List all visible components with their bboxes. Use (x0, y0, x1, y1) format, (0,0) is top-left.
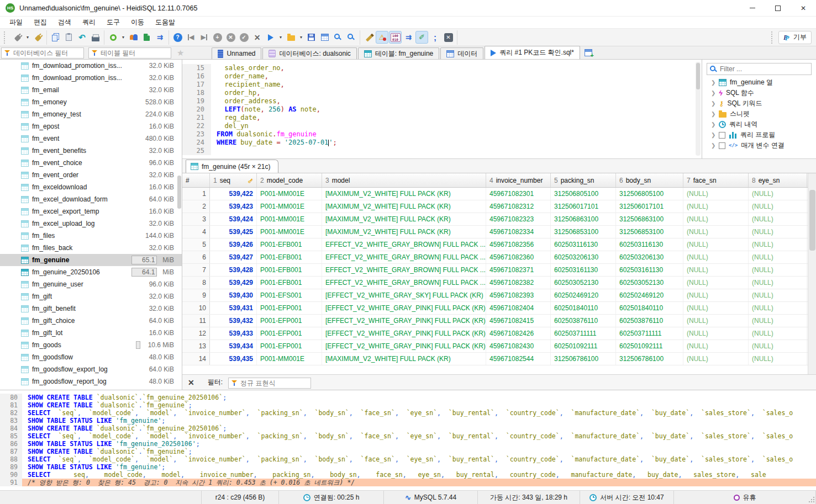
run-dropdown[interactable]: ▾ (277, 31, 284, 44)
table-row[interactable]: fm_event480.0 KiB (0, 132, 182, 145)
close-query-tab-button[interactable]: ✕ (442, 31, 455, 44)
menu-item-파일[interactable]: 파일 (4, 17, 28, 28)
tab-테이블: fm_genuine[interactable]: 테이블: fm_genuine (358, 47, 439, 59)
grid-cell-body_sn[interactable]: 312506853100 (616, 226, 683, 238)
grid-cell-invoice_number[interactable]: 459671082415 (486, 315, 551, 327)
grid-cell-body_sn[interactable]: 312506786100 (616, 353, 683, 365)
grid-cell-seq[interactable]: 539,433 (210, 327, 257, 339)
table-row[interactable]: fm_exceldownload16.0 KiB (0, 181, 182, 193)
grid-cell-body_sn[interactable]: 602501092111 (616, 340, 683, 352)
grid-cell-model[interactable]: [MAXIMUM_V2_WHITE] FULL PACK (KR) (322, 200, 486, 213)
table-row[interactable]: fm_goodsflow_export_log64.0 KiB (0, 363, 182, 375)
grid-cell-model[interactable]: [EFFECT_V2_WHITE_GRAY_PINK] FULL PACK (K… (322, 327, 486, 339)
grid-cell-face_sn[interactable]: (NULL) (683, 340, 749, 352)
editor-line[interactable]: 23FROM dualsonic.fm_genuine (182, 130, 702, 139)
grid-cell-seq[interactable]: 539,431 (210, 302, 257, 314)
grid-cell-eye_sn[interactable]: (NULL) (749, 251, 807, 263)
database-filter-input[interactable] (13, 49, 81, 57)
grid-cell-model[interactable]: [MAXIMUM_V2_WHITE] FULL PACK (KR) (322, 213, 486, 225)
table-row[interactable]: fm_gift_lot16.0 KiB (0, 327, 182, 339)
grid-cell-face_sn[interactable]: (NULL) (683, 251, 749, 263)
grid-cell-eye_sn[interactable]: (NULL) (749, 277, 807, 289)
database-filter[interactable] (1, 47, 84, 59)
grid-cell-face_sn[interactable]: (NULL) (683, 238, 749, 251)
editor-line[interactable]: 24WHERE buy_date = '2025-07-01'; (182, 139, 702, 147)
column-header-packing_sn[interactable]: 5packing_sn (551, 173, 616, 187)
helpers-filter[interactable] (707, 63, 812, 75)
grid-cell-eye_sn[interactable]: (NULL) (749, 226, 807, 238)
stop-on-errors-button[interactable]: ⚠ (376, 31, 388, 44)
log-line[interactable]: 90SELECT seq, model_code, model, invoice… (0, 471, 816, 479)
editor-line[interactable]: 19 order_address, (182, 97, 702, 105)
grid-cell-body_sn[interactable]: 602503711111 (616, 327, 683, 339)
grid-cell-eye_sn[interactable]: (NULL) (749, 302, 807, 314)
grid-cell-#[interactable]: 4 (182, 226, 210, 238)
sql-log-panel[interactable]: 80SHOW CREATE TABLE `dualsonic`.`fm_genu… (0, 390, 816, 490)
grid-cell-model[interactable]: [EFFECT_V2_WHITE_GRAY_PINK] FULL PACK (K… (322, 315, 486, 327)
grid-cell-packing_sn[interactable]: 602503052130 (551, 277, 616, 289)
grid-cell-eye_sn[interactable]: (NULL) (749, 188, 807, 200)
table-row[interactable]: fm_download_promotion_iss...32.0 KiB (0, 60, 182, 72)
grid-cell-body_sn[interactable]: 602503161130 (616, 264, 683, 276)
grid-cell-body_sn[interactable]: 602503052130 (616, 277, 683, 289)
helper-item-스니펫[interactable]: ❯스니펫 (702, 109, 816, 119)
grid-cell-#[interactable]: 7 (182, 264, 210, 276)
grid-cell-packing_sn[interactable]: 602503876110 (551, 315, 616, 327)
table-row[interactable]: fm_event_choice96.0 KiB (0, 157, 182, 169)
table-row[interactable]: fm_goodsflow_report_log48.0 KiB (0, 375, 182, 388)
open-file-button[interactable] (285, 31, 297, 44)
grid-cell-model[interactable]: [EFFECT_V2_WHITE_GRAY_PINK] FULL PACK (K… (322, 340, 486, 352)
grid-cell-face_sn[interactable]: (NULL) (683, 213, 749, 225)
connect-dropdown[interactable]: ▾ (24, 31, 31, 44)
grid-cell-model_code[interactable]: P001-MM001E (257, 213, 322, 225)
chevron-right-icon[interactable]: ❯ (711, 111, 715, 117)
log-line[interactable]: 85SELECT `seq`, `model_code`, `model`, `… (0, 432, 816, 440)
tab-데이터[interactable]: 데이터 (440, 47, 483, 59)
grid-cell-model_code[interactable]: P001-EFP001 (257, 315, 322, 327)
log-line[interactable]: 87SHOW CREATE TABLE `dualsonic`.`fm_genu… (0, 448, 816, 455)
table-row[interactable]: fm_emoney_test224.0 KiB (0, 108, 182, 120)
grid-cell-model_code[interactable]: P001-MM001E (257, 353, 322, 365)
grid-cell-model_code[interactable]: P001-EFB001 (257, 238, 322, 251)
copy-button[interactable] (49, 31, 62, 44)
go-first-row-button[interactable]: ◀ (185, 31, 197, 44)
grid-cell-face_sn[interactable]: (NULL) (683, 264, 749, 276)
wrap-lines-button[interactable]: ⇉ (402, 31, 415, 44)
grid-cell-face_sn[interactable]: (NULL) (683, 200, 749, 213)
grid-cell-invoice_number[interactable]: 459671082382 (486, 277, 551, 289)
table-row[interactable]: fm_email32.0 KiB (0, 84, 182, 96)
column-header-face_sn[interactable]: 7face_sn (683, 173, 749, 187)
grid-cell-invoice_number[interactable]: 459671082544 (486, 353, 551, 365)
clear-filter-icon[interactable]: ✕ (188, 378, 194, 387)
grid-cell-invoice_number[interactable]: 459671082312 (486, 200, 551, 213)
grid-cell-seq[interactable]: 539,422 (210, 188, 257, 200)
grid-cell-eye_sn[interactable]: (NULL) (749, 264, 807, 276)
column-header-eye_sn[interactable]: 8eye_sn (749, 173, 807, 187)
close-button[interactable]: ✕ (791, 0, 816, 17)
open-file-dropdown[interactable]: ▾ (298, 31, 304, 44)
menu-item-검색[interactable]: 검색 (53, 17, 76, 28)
grid-cell-seq[interactable]: 539,432 (210, 315, 257, 327)
menu-item-편집[interactable]: 편집 (29, 17, 52, 28)
log-line[interactable]: 84SHOW CREATE TABLE `dualsonic`.`fm_genu… (0, 425, 816, 432)
help-button[interactable]: ? (171, 31, 184, 44)
editor-scrollbar[interactable] (696, 62, 701, 156)
grid-cell-model[interactable]: [MAXIMUM_V2_WHITE] FULL PACK (KR) (322, 353, 486, 365)
syntax-highlight-button[interactable]: ✐ (415, 31, 428, 44)
grid-cell-model[interactable]: EFFECT_V2_WHITE_GRAY_BROWN] FULL PACK ..… (322, 277, 486, 289)
grid-cell-body_sn[interactable]: 312506863100 (616, 213, 683, 225)
helper-item-SQL 함수[interactable]: ❯ϟSQL 함수 (702, 88, 816, 98)
grid-cell-body_sn[interactable]: 602501840110 (616, 302, 683, 314)
connect-button[interactable] (11, 31, 24, 44)
grid-cell-#[interactable]: 9 (182, 289, 210, 301)
table-filter[interactable] (88, 47, 171, 59)
insert-row-button[interactable]: + (211, 31, 224, 44)
grid-cell-model_code[interactable]: P001-MM001E (257, 188, 322, 200)
grid-cell-seq[interactable]: 539,423 (210, 200, 257, 213)
column-header-model_code[interactable]: 2model_code (257, 173, 322, 187)
log-filter-field[interactable] (228, 378, 311, 389)
table-row[interactable]: fm_emoney528.0 KiB (0, 96, 182, 108)
data-transfer-button[interactable]: ⇉ (154, 31, 166, 44)
sql-editor[interactable]: 15 sales_order_no,16 order_name,17 recip… (182, 60, 702, 158)
resize-grip[interactable] (808, 496, 815, 503)
